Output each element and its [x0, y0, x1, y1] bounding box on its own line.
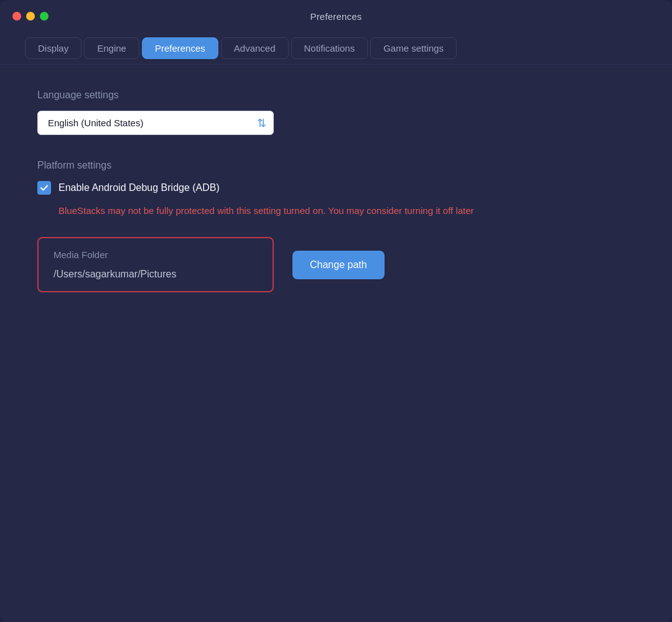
close-button[interactable] [12, 12, 21, 21]
checkmark-icon [40, 183, 49, 192]
adb-label: Enable Android Debug Bridge (ADB) [58, 182, 220, 193]
preferences-window: Preferences Display Engine Preferences A… [0, 0, 672, 622]
platform-settings-section: Platform settings Enable Android Debug B… [37, 160, 635, 218]
maximize-button[interactable] [40, 12, 49, 21]
adb-warning-text: BlueStacks may not be fully protected wi… [58, 203, 494, 218]
window-title: Preferences [310, 11, 362, 22]
tabs-bar: Display Engine Preferences Advanced Noti… [0, 32, 672, 65]
media-folder-box: Media Folder /Users/sagarkumar/Pictures [37, 237, 274, 292]
tab-advanced[interactable]: Advanced [221, 37, 289, 59]
language-select[interactable]: English (United States) Spanish French G… [37, 111, 274, 135]
tab-display[interactable]: Display [25, 37, 82, 59]
tab-preferences[interactable]: Preferences [142, 37, 218, 59]
language-settings-section: Language settings English (United States… [37, 90, 635, 160]
tab-engine[interactable]: Engine [84, 37, 139, 59]
media-folder-section: Media Folder /Users/sagarkumar/Pictures … [37, 237, 635, 292]
tab-game-settings[interactable]: Game settings [370, 37, 457, 59]
language-select-wrapper: English (United States) Spanish French G… [37, 111, 274, 135]
media-folder-label: Media Folder [54, 249, 258, 260]
language-section-title: Language settings [37, 90, 635, 101]
platform-section-title: Platform settings [37, 160, 635, 171]
title-bar: Preferences [0, 0, 672, 32]
media-folder-path: /Users/sagarkumar/Pictures [54, 269, 258, 280]
change-path-button[interactable]: Change path [292, 251, 385, 279]
content-area: Language settings English (United States… [0, 65, 672, 622]
minimize-button[interactable] [26, 12, 35, 21]
window-controls [12, 12, 49, 21]
tab-notifications[interactable]: Notifications [291, 37, 368, 59]
adb-checkbox-row: Enable Android Debug Bridge (ADB) [37, 181, 635, 195]
adb-checkbox[interactable] [37, 181, 51, 195]
